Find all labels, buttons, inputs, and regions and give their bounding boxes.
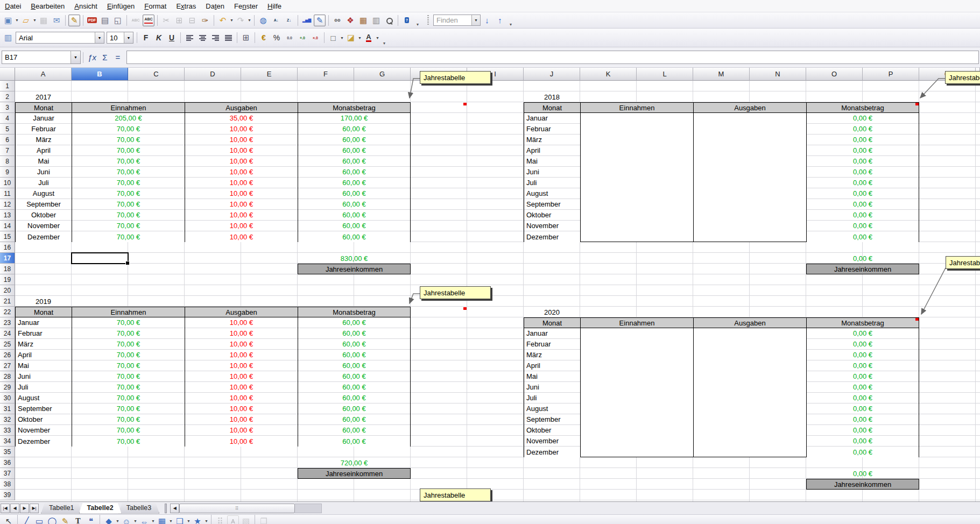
cell[interactable]: 60,00 €	[298, 124, 410, 134]
row-header-19[interactable]: 19	[0, 274, 15, 285]
row-header-5[interactable]: 5	[0, 124, 15, 134]
cell[interactable]: 10,00 €	[185, 167, 298, 178]
cell[interactable]: 0,00 €	[807, 425, 919, 436]
cell[interactable]: 70,00 €	[72, 199, 185, 210]
cell[interactable]: 70,00 €	[72, 403, 185, 414]
cell[interactable]: 10,00 €	[185, 210, 298, 221]
cell[interactable]: 60,00 €	[298, 178, 410, 188]
auto-spellcheck-icon[interactable]: ABC	[143, 15, 154, 26]
column-header-L[interactable]: L	[637, 68, 693, 81]
cell[interactable]: 0,00 €	[807, 134, 919, 145]
borders-icon[interactable]: □	[327, 32, 339, 44]
row-header-39[interactable]: 39	[0, 490, 15, 500]
cell[interactable]: Februar	[16, 124, 72, 134]
rectangle-icon[interactable]: ▭	[33, 515, 45, 524]
cell[interactable]: 10,00 €	[185, 317, 298, 328]
row-header-12[interactable]: 12	[0, 199, 15, 210]
flowchart-icon-dropdown[interactable]: ▼	[168, 515, 173, 524]
row-header-24[interactable]: 24	[0, 328, 15, 339]
cell[interactable]: 60,00 €	[298, 156, 410, 167]
row-header-10[interactable]: 10	[0, 178, 15, 188]
row-header-4[interactable]: 4	[0, 113, 15, 124]
add-decimal-icon[interactable]: +.0	[297, 32, 308, 44]
cell[interactable]: Juni	[16, 371, 72, 382]
column-header-F[interactable]: F	[298, 68, 354, 81]
flowchart-icon[interactable]: ▦	[156, 515, 168, 524]
cell[interactable]: 70,00 €	[72, 350, 185, 360]
cell[interactable]: 70,00 €	[72, 339, 185, 350]
column-header-J[interactable]: J	[524, 68, 580, 81]
sheet-nav-last-icon[interactable]: ▶|	[30, 504, 39, 513]
cell[interactable]: 70,00 €	[72, 221, 185, 231]
row-header-26[interactable]: 26	[0, 350, 15, 360]
show-draw-functions-icon[interactable]: ✎	[314, 15, 326, 26]
cell[interactable]: 70,00 €	[72, 124, 185, 134]
navigator-icon[interactable]: ❖	[344, 15, 356, 26]
cell[interactable]: 70,00 €	[72, 210, 185, 221]
note-jahrestabelle[interactable]: Jahrestabelle	[420, 286, 491, 299]
row-header-1[interactable]: 1	[0, 81, 15, 91]
cell[interactable]: 10,00 €	[185, 199, 298, 210]
note-jahrestabelle[interactable]: Jahrestabelle	[420, 488, 491, 501]
cell[interactable]: Januar	[16, 317, 72, 328]
data-sources-icon[interactable]: ▥	[370, 15, 382, 26]
row-header-14[interactable]: 14	[0, 221, 15, 231]
cell[interactable]: 10,00 €	[185, 393, 298, 403]
align-right-icon[interactable]	[209, 32, 221, 44]
cell[interactable]: 0,00 €	[807, 113, 919, 124]
cell[interactable]: 10,00 €	[185, 328, 298, 339]
cell[interactable]: 0,00 €	[807, 231, 919, 242]
row-header-29[interactable]: 29	[0, 382, 15, 393]
cell[interactable]: Juli	[16, 382, 72, 393]
cell[interactable]: 70,00 €	[72, 393, 185, 403]
basic-shapes-icon-dropdown[interactable]: ▼	[115, 515, 120, 524]
cell[interactable]: 60,00 €	[298, 210, 410, 221]
column-header-D[interactable]: D	[185, 68, 241, 81]
cell[interactable]: März	[524, 134, 580, 145]
cell[interactable]: November	[524, 436, 580, 447]
insert-chart-icon[interactable]: ▂▅▇	[301, 15, 313, 26]
align-justify-icon[interactable]	[222, 32, 234, 44]
zoom-icon[interactable]	[383, 15, 395, 26]
cell[interactable]: 70,00 €	[72, 425, 185, 436]
cell[interactable]: 70,00 €	[72, 317, 185, 328]
select-icon[interactable]: ↖	[3, 515, 15, 524]
cell[interactable]: Januar	[524, 113, 580, 124]
row-header-27[interactable]: 27	[0, 360, 15, 371]
cell[interactable]: 60,00 €	[298, 403, 410, 414]
cell[interactable]: Juni	[524, 382, 580, 393]
column-header-M[interactable]: M	[693, 68, 750, 81]
column-header-O[interactable]: O	[806, 68, 863, 81]
note-jahrestabelle[interactable]: Jahrestabelle	[946, 256, 980, 269]
font-name-combo[interactable]: Arial▼	[16, 32, 104, 44]
delete-decimal-icon[interactable]: ×.0	[309, 32, 321, 44]
stars-icon-dropdown[interactable]: ▼	[204, 515, 209, 524]
menu-datei[interactable]: Datei	[0, 1, 26, 12]
sheet-nav-first-icon[interactable]: |◀	[1, 504, 10, 513]
table-2020-total-value[interactable]: 0,00 €	[806, 468, 919, 479]
cell[interactable]: Oktober	[16, 210, 72, 221]
equals-icon[interactable]: =	[111, 51, 124, 64]
align-left-icon[interactable]	[184, 32, 195, 44]
cell[interactable]: 70,00 €	[72, 328, 185, 339]
cell[interactable]: 10,00 €	[185, 188, 298, 199]
cell[interactable]: 0,00 €	[807, 350, 919, 360]
cell[interactable]: 60,00 €	[298, 134, 410, 145]
row-header-18[interactable]: 18	[0, 264, 15, 274]
tab-tabelle2[interactable]: Tabelle2	[79, 503, 122, 514]
column-header-C[interactable]: C	[128, 68, 185, 81]
cell[interactable]: Mai	[16, 360, 72, 371]
font-color-icon-dropdown[interactable]: ▼	[375, 32, 380, 44]
cell[interactable]: März	[524, 350, 580, 360]
row-header-31[interactable]: 31	[0, 403, 15, 414]
cell[interactable]: August	[524, 403, 580, 414]
row-header-16[interactable]: 16	[0, 242, 15, 253]
cell[interactable]: Dezember	[16, 436, 72, 447]
cell[interactable]: Dezember	[524, 447, 580, 457]
row-header-28[interactable]: 28	[0, 371, 15, 382]
sheet-nav-next-icon[interactable]: ▶	[20, 504, 29, 513]
cell[interactable]: 60,00 €	[298, 414, 410, 425]
cell[interactable]: Februar	[16, 328, 72, 339]
cell[interactable]: 60,00 €	[298, 393, 410, 403]
cell[interactable]: 0,00 €	[807, 188, 919, 199]
